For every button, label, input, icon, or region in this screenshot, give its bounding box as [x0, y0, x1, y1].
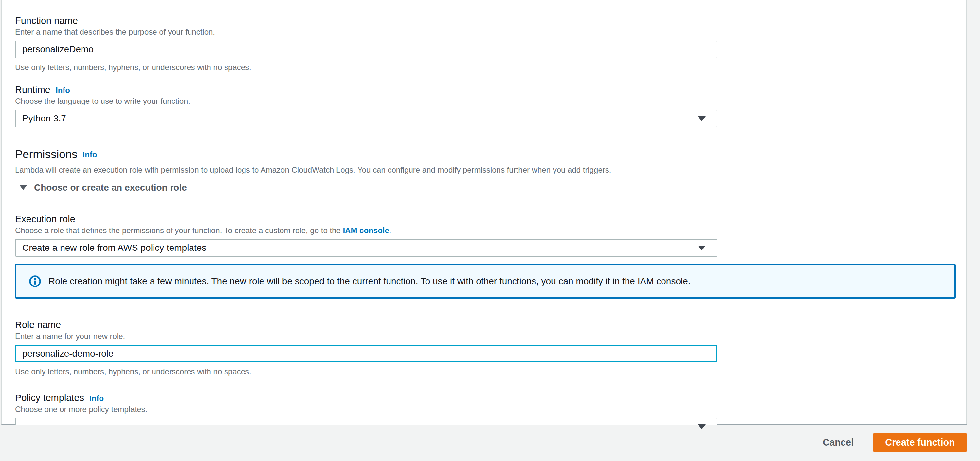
- runtime-info-link[interactable]: Info: [56, 86, 70, 95]
- runtime-label: Runtime: [15, 85, 50, 95]
- chevron-down-icon: [698, 246, 706, 250]
- permissions-description: Lambda will create an execution role wit…: [15, 165, 966, 174]
- role-name-section: Role name Enter a name for your new role…: [15, 319, 966, 376]
- permissions-heading: PermissionsInfo: [15, 148, 966, 161]
- info-circle-icon: [29, 275, 41, 287]
- chevron-down-icon: [698, 116, 706, 121]
- form-actions-footer: Cancel Create function: [0, 425, 980, 460]
- runtime-description: Choose the language to use to write your…: [15, 96, 966, 106]
- role-creation-info-alert: Role creation might take a few minutes. …: [15, 264, 956, 298]
- execution-role-selected-value: Create a new role from AWS policy templa…: [22, 242, 206, 253]
- policy-templates-info-link[interactable]: Info: [89, 394, 104, 403]
- execution-role-section: Execution role Choose a role that define…: [15, 214, 966, 257]
- function-name-description: Enter a name that describes the purpose …: [15, 27, 966, 37]
- runtime-section: RuntimeInfo Choose the language to use t…: [15, 85, 966, 128]
- role-name-label: Role name: [15, 319, 966, 330]
- execution-role-expander[interactable]: Choose or create an execution role: [15, 182, 966, 193]
- permissions-title: Permissions: [15, 148, 78, 160]
- execution-role-select[interactable]: Create a new role from AWS policy templa…: [15, 239, 718, 257]
- policy-templates-label: Policy templates: [15, 392, 84, 403]
- alert-text: Role creation might take a few minutes. …: [48, 275, 690, 287]
- function-name-constraint: Use only letters, numbers, hyphens, or u…: [15, 63, 966, 72]
- function-name-label: Function name: [15, 15, 966, 26]
- permissions-info-link[interactable]: Info: [83, 150, 97, 159]
- function-name-section: Function name Enter a name that describe…: [15, 15, 966, 72]
- runtime-select[interactable]: Python 3.7: [15, 110, 718, 128]
- expander-label: Choose or create an execution role: [34, 182, 187, 193]
- role-name-input[interactable]: [15, 345, 718, 362]
- execution-role-description-period: .: [389, 226, 391, 235]
- create-function-form-panel: Function name Enter a name that describe…: [1, 0, 967, 425]
- triangle-down-icon: [20, 185, 27, 190]
- role-name-constraint: Use only letters, numbers, hyphens, or u…: [15, 367, 966, 376]
- create-function-button[interactable]: Create function: [873, 433, 967, 452]
- execution-role-label: Execution role: [15, 214, 966, 225]
- section-divider: [15, 199, 956, 199]
- chevron-down-icon: [698, 424, 706, 429]
- cancel-button[interactable]: Cancel: [820, 437, 856, 448]
- runtime-selected-value: Python 3.7: [22, 113, 66, 124]
- role-name-description: Enter a name for your new role.: [15, 331, 966, 341]
- policy-templates-description: Choose one or more policy templates.: [15, 404, 966, 414]
- iam-console-link[interactable]: IAM console: [343, 226, 389, 235]
- execution-role-description-text: Choose a role that defines the permissio…: [15, 226, 343, 235]
- execution-role-description: Choose a role that defines the permissio…: [15, 226, 966, 235]
- function-name-input[interactable]: [15, 41, 718, 58]
